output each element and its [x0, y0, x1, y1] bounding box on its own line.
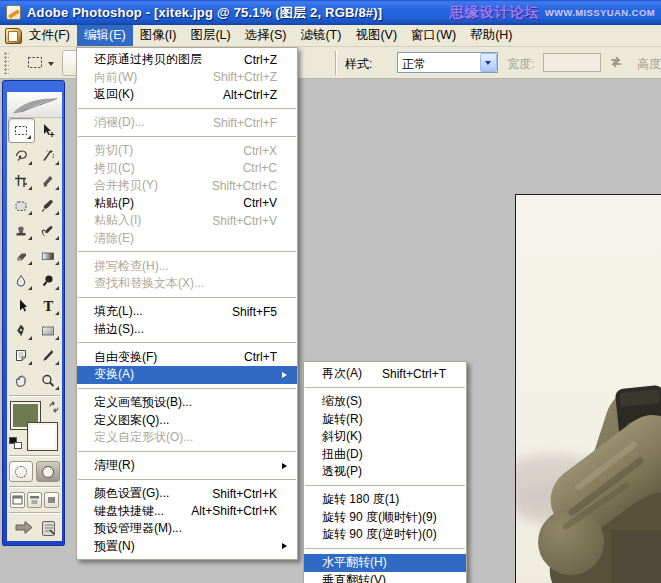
- tool-shape[interactable]: [35, 318, 62, 343]
- standard-screen-mode-button[interactable]: [10, 492, 25, 508]
- menu-bar-item[interactable]: 选择(S): [238, 25, 294, 46]
- tool-gradient[interactable]: [35, 243, 62, 268]
- submenu-arrow-icon: [446, 451, 460, 457]
- menu-item[interactable]: 旋转 90 度(逆时针)(0): [304, 526, 466, 544]
- menu-item[interactable]: 还原通过拷贝的图层 Ctrl+Z: [77, 51, 297, 69]
- menu-item[interactable]: 返回(K) Alt+Ctrl+Z: [77, 86, 297, 104]
- menu-item[interactable]: 变换(A): [77, 366, 297, 384]
- default-colors-icon[interactable]: [9, 437, 22, 449]
- canvas-image[interactable]: [515, 194, 661, 583]
- swap-dimensions-icon[interactable]: [608, 56, 624, 68]
- tool-type[interactable]: T: [35, 293, 62, 318]
- tool-history-brush[interactable]: [35, 218, 62, 243]
- tool-dodge[interactable]: [35, 268, 62, 293]
- rectangular-marquee-icon: [24, 52, 46, 74]
- menu-item[interactable]: 键盘快捷键... Alt+Shift+Ctrl+K: [77, 503, 297, 521]
- tool-slice[interactable]: [35, 168, 62, 193]
- menu-item[interactable]: 水平翻转(H): [304, 554, 466, 572]
- width-input[interactable]: [543, 53, 601, 72]
- menu-bar-item[interactable]: 图层(L): [183, 25, 237, 46]
- tool-blur[interactable]: [8, 268, 35, 293]
- color-swatches: [7, 399, 62, 453]
- menu-bar-item[interactable]: 文件(F): [22, 25, 77, 46]
- menu-bar-item[interactable]: 图像(I): [133, 25, 184, 46]
- menu-item[interactable]: 拼写检查(H)...: [77, 258, 297, 276]
- menu-item[interactable]: 定义画笔预设(B)...: [77, 394, 297, 412]
- submenu-arrow-icon: [446, 469, 460, 475]
- menu-item[interactable]: 颜色设置(G)... Shift+Ctrl+K: [77, 485, 297, 503]
- combo-dropdown-icon[interactable]: [480, 53, 497, 72]
- menu-item[interactable]: 拷贝(C) Ctrl+C: [77, 160, 297, 178]
- toolbox-palette: T: [2, 80, 65, 546]
- menu-item[interactable]: 粘贴(P) Ctrl+V: [77, 195, 297, 213]
- submenu-arrow-icon: [446, 514, 460, 520]
- options-bar-grip[interactable]: [4, 52, 9, 74]
- tool-notes[interactable]: [8, 343, 35, 368]
- menu-item[interactable]: 查找和替换文本(X)...: [77, 275, 297, 293]
- menu-item[interactable]: 再次(A) Shift+Ctrl+T: [304, 365, 466, 383]
- menu-item[interactable]: 定义自定形状(O)...: [77, 429, 297, 447]
- tool-crop[interactable]: [8, 168, 35, 193]
- menu-item[interactable]: 自由变换(F) Ctrl+T: [77, 349, 297, 367]
- menu-item[interactable]: 旋转 90 度(顺时针)(9): [304, 509, 466, 527]
- menu-item[interactable]: 清理(R): [77, 457, 297, 475]
- tool-eyedropper[interactable]: [35, 343, 62, 368]
- menu-item[interactable]: 描边(S)...: [77, 321, 297, 339]
- menu-item[interactable]: 向前(W) Shift+Ctrl+Z: [77, 69, 297, 87]
- photo-person-torso: [611, 530, 661, 583]
- tool-eraser[interactable]: [8, 243, 35, 268]
- menu-item[interactable]: 消褪(D)... Shift+Ctrl+F: [77, 114, 297, 132]
- edit-in-imageready-icon[interactable]: [41, 520, 56, 537]
- tool-hand[interactable]: [8, 368, 35, 393]
- menu-item[interactable]: 预置(N): [77, 538, 297, 556]
- menu-bar-item[interactable]: 滤镜(T): [293, 25, 348, 46]
- fullscreen-menubar-mode-button[interactable]: [27, 492, 42, 508]
- menu-bar-item[interactable]: 窗口(W): [404, 25, 463, 46]
- tool-brush[interactable]: [35, 193, 62, 218]
- document-icon: [5, 28, 22, 44]
- menu-item[interactable]: 斜切(K): [304, 428, 466, 446]
- tool-preset-arrow-icon[interactable]: [48, 62, 54, 66]
- menu-item[interactable]: 垂直翻转(V): [304, 572, 466, 583]
- submenu-arrow-icon: [277, 463, 291, 469]
- menu-item[interactable]: 合并拷贝(Y) Shift+Ctrl+C: [77, 177, 297, 195]
- menu-item[interactable]: 缩放(S): [304, 393, 466, 411]
- submenu-arrow-icon: [277, 491, 291, 497]
- submenu-arrow-icon: [277, 354, 291, 360]
- menu-bar-item[interactable]: 帮助(H): [463, 25, 519, 46]
- submenu-arrow-icon: [277, 543, 291, 549]
- active-tool-button[interactable]: [24, 52, 46, 74]
- tool-rectangular-marquee[interactable]: [8, 118, 35, 143]
- jump-arrow-icon[interactable]: [14, 519, 38, 537]
- tool-lasso[interactable]: [8, 143, 35, 168]
- background-color-swatch[interactable]: [28, 423, 57, 450]
- quick-mask-mode-button[interactable]: [36, 461, 60, 482]
- tool-move[interactable]: [35, 118, 62, 143]
- menu-item[interactable]: 清除(E): [77, 230, 297, 248]
- standard-mode-button[interactable]: [9, 461, 33, 482]
- menu-item[interactable]: 填充(L)... Shift+F5: [77, 303, 297, 321]
- menu-item[interactable]: 透视(P): [304, 463, 466, 481]
- style-select[interactable]: 正常: [397, 52, 498, 73]
- watermark-site-name: 思缘设计论坛: [450, 4, 540, 22]
- menu-item[interactable]: 扭曲(D): [304, 446, 466, 464]
- tool-clone-stamp[interactable]: [8, 218, 35, 243]
- tool-healing-brush[interactable]: [8, 193, 35, 218]
- menu-item[interactable]: 粘贴入(I) Shift+Ctrl+V: [77, 212, 297, 230]
- submenu-arrow-icon: [277, 57, 291, 63]
- menu-separator: [77, 132, 297, 143]
- tool-pen[interactable]: [8, 318, 35, 343]
- menu-bar-item[interactable]: 编辑(E): [77, 25, 133, 46]
- menu-item[interactable]: 预设管理器(M)...: [77, 520, 297, 538]
- submenu-arrow-icon: [277, 526, 291, 532]
- tool-zoom[interactable]: [35, 368, 62, 393]
- menu-item[interactable]: 旋转 180 度(1): [304, 491, 466, 509]
- menu-item[interactable]: 定义图案(Q)...: [77, 412, 297, 430]
- swap-colors-icon[interactable]: [47, 400, 61, 414]
- tool-magic-wand[interactable]: [35, 143, 62, 168]
- tool-path-selection[interactable]: [8, 293, 35, 318]
- fullscreen-mode-button[interactable]: [44, 492, 59, 508]
- menu-item[interactable]: 旋转(R): [304, 411, 466, 429]
- menu-item[interactable]: 剪切(T) Ctrl+X: [77, 142, 297, 160]
- menu-bar-item[interactable]: 视图(V): [348, 25, 404, 46]
